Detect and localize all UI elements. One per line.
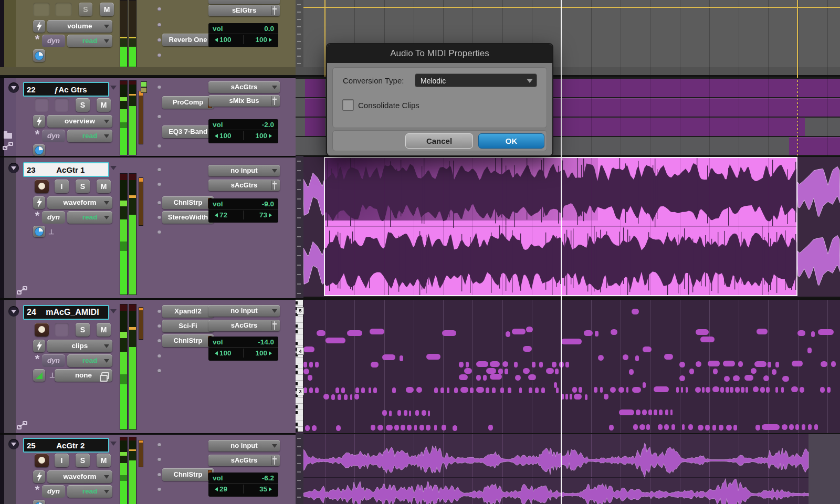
insert-slot-dot[interactable] [158, 473, 161, 477]
input-slot[interactable] [55, 3, 72, 16]
input-slot[interactable] [55, 323, 69, 337]
mute-button[interactable]: M [97, 454, 111, 467]
track-name-field[interactable]: 22ƒAc Gtrs [23, 82, 109, 97]
track-view-selector[interactable]: waveform [47, 196, 112, 209]
midi-clip-row-amidi[interactable] [296, 298, 840, 433]
insert-slot-dot[interactable] [158, 310, 161, 313]
track-collapse-button[interactable] [8, 82, 19, 93]
insert-slot-dot[interactable] [158, 216, 161, 219]
insert-slot-dot[interactable] [158, 324, 161, 328]
insert-slot-dot[interactable] [158, 458, 161, 461]
insert-slot-dot[interactable] [158, 339, 161, 343]
output-selector[interactable]: sAcGtrs [208, 81, 280, 93]
solo-button[interactable]: S [76, 323, 90, 337]
input-selector[interactable]: no input [208, 440, 280, 452]
track-collapse-button[interactable] [8, 439, 19, 449]
track-view-selector[interactable]: waveform [47, 470, 112, 483]
audio-waveform-acgtr1[interactable] [303, 156, 840, 298]
input-selector[interactable]: no input [208, 305, 280, 317]
automation-bolt-icon[interactable] [33, 470, 45, 483]
insert-slot-dot[interactable] [158, 144, 161, 148]
insert-slot-dot[interactable] [158, 201, 161, 205]
record-enable-button[interactable] [35, 323, 49, 337]
record-slot[interactable] [33, 3, 50, 16]
insert-button[interactable]: ChnlStrp [162, 468, 214, 481]
link-icon[interactable] [17, 286, 27, 297]
solo-button[interactable]: S [76, 454, 90, 467]
insert-slot-dot[interactable] [158, 168, 161, 172]
clock-icon[interactable] [33, 500, 45, 504]
track-view-selector[interactable]: overview [47, 115, 112, 128]
clock-icon[interactable] [33, 49, 45, 62]
dyn-button[interactable]: dyn [42, 130, 65, 142]
input-slot[interactable] [55, 98, 69, 112]
conversion-type-dropdown[interactable]: Melodic [415, 74, 537, 87]
track-name-field[interactable]: 24mAcG_AMIDI [23, 305, 109, 320]
audio-clip-row-acgtr1[interactable] [296, 156, 840, 298]
midi-edit-button[interactable] [33, 369, 45, 382]
selection-start-marker[interactable] [324, 0, 326, 77]
automation-mode-selector[interactable]: read [67, 130, 112, 142]
insert-button[interactable]: StereoWidth [162, 211, 214, 224]
solo-button[interactable]: S [76, 180, 90, 193]
track-name-menu-icon[interactable] [110, 442, 117, 449]
track-name-menu-icon[interactable] [110, 166, 117, 173]
volume-pan-display[interactable]: vol0.0 100 100 [208, 23, 278, 47]
insert-slot-dot[interactable] [158, 354, 161, 358]
automation-mode-selector[interactable]: read [67, 211, 112, 224]
track-view-selector[interactable]: clips [47, 340, 112, 352]
solo-button[interactable]: S [79, 3, 92, 16]
dyn-button[interactable]: dyn [42, 35, 65, 47]
track-collapse-button[interactable] [8, 163, 19, 173]
insert-button[interactable]: Xpand!2 [162, 305, 214, 318]
automation-bolt-icon[interactable] [33, 340, 45, 352]
folder-lane-clip[interactable] [305, 79, 325, 97]
elastic-audio-icon[interactable]: * [33, 483, 41, 497]
link-icon[interactable] [3, 141, 13, 153]
clock-icon[interactable] [33, 144, 45, 156]
edit-cursor[interactable] [561, 0, 562, 504]
insert-button[interactable]: ProComp [162, 96, 214, 109]
insert-slot-dot[interactable] [158, 369, 161, 373]
send-button-partial[interactable] [208, 0, 280, 4]
elastic-audio-icon[interactable]: * [33, 352, 41, 366]
insert-slot-dot[interactable] [158, 86, 161, 89]
track-name-field[interactable]: 25AcGtr 2 [23, 438, 109, 453]
insert-slot-dot[interactable] [158, 38, 161, 42]
automation-mode-selector[interactable]: read [67, 35, 112, 47]
solo-button[interactable]: S [76, 98, 90, 112]
insert-slot-dot[interactable] [158, 54, 161, 57]
send-button[interactable]: sAcGtrs [208, 180, 280, 191]
record-enable-button[interactable] [35, 454, 49, 467]
ok-button[interactable]: OK [478, 133, 544, 149]
midi-patch-selector[interactable]: none [55, 369, 112, 382]
insert-slot-dot[interactable] [158, 443, 161, 447]
insert-button[interactable]: EQ3 7-Band [162, 125, 214, 138]
record-slot[interactable] [35, 98, 49, 112]
automation-bolt-icon[interactable] [33, 196, 45, 209]
consolidate-clips-checkbox[interactable] [342, 99, 354, 111]
cancel-button[interactable]: Cancel [405, 133, 473, 149]
insert-button[interactable]: ChnlStrp [162, 196, 214, 209]
volume-pan-display[interactable]: vol-6.2 29 35 [208, 472, 278, 497]
insert-slot-dot[interactable] [158, 183, 161, 186]
folder-lane-clip[interactable] [305, 118, 325, 136]
volume-pan-display[interactable]: vol-14.0 100 100 [208, 337, 278, 361]
automation-bolt-icon[interactable] [33, 115, 45, 128]
link-icon[interactable] [17, 421, 27, 432]
send-button[interactable]: sMix Bus [208, 95, 280, 107]
audio-clip-row-acgtr2[interactable] [296, 433, 840, 504]
automation-mode-selector[interactable]: read [67, 485, 112, 498]
insert-slot-dot[interactable] [158, 230, 161, 234]
elastic-audio-icon[interactable]: * [33, 209, 41, 223]
input-monitor-button[interactable]: I [55, 180, 69, 193]
mute-button[interactable]: M [97, 323, 111, 337]
dialog-title[interactable]: Audio To MIDI Properties [327, 44, 552, 63]
track-view-selector[interactable]: volume [47, 20, 112, 33]
automation-mode-selector[interactable]: read [67, 354, 112, 367]
elastic-audio-icon[interactable]: * [33, 128, 41, 141]
automation-bolt-icon[interactable] [33, 20, 45, 33]
record-enable-button[interactable] [35, 180, 49, 193]
track-name-menu-icon[interactable] [110, 86, 117, 93]
dyn-button[interactable]: dyn [42, 354, 65, 367]
